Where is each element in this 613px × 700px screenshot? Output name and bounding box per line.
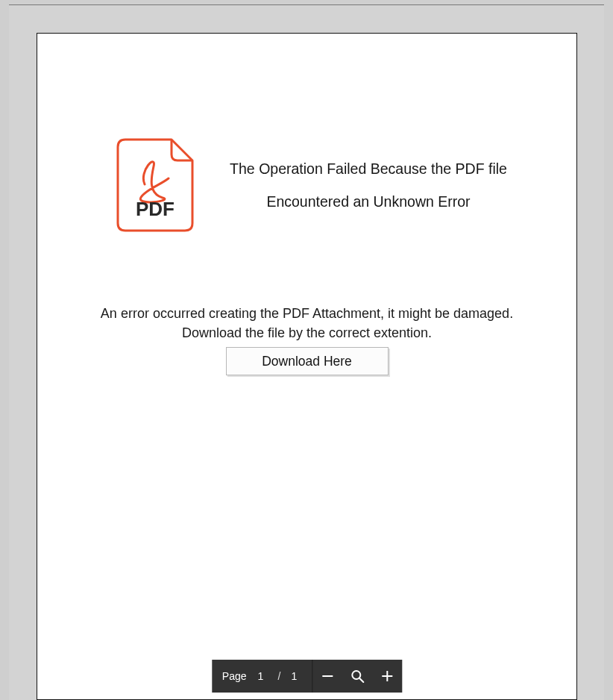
error-subtext: An error occurred creating the PDF Attac… bbox=[37, 304, 576, 343]
page-label: Page bbox=[222, 670, 247, 682]
pdf-toolbar: Page / 1 bbox=[212, 660, 402, 693]
error-headline: The Operation Failed Because the PDF fil… bbox=[210, 159, 526, 212]
headline-wrap: The Operation Failed Because the PDF fil… bbox=[210, 159, 526, 212]
svg-rect-5 bbox=[386, 671, 388, 681]
svg-rect-1 bbox=[322, 675, 333, 677]
zoom-in-button[interactable] bbox=[372, 660, 402, 693]
current-page-input[interactable] bbox=[253, 670, 269, 682]
zoom-out-button[interactable] bbox=[312, 660, 342, 693]
page-indicator-group: Page / 1 bbox=[212, 660, 312, 693]
svg-text:PDF: PDF bbox=[136, 198, 175, 220]
total-pages: 1 bbox=[289, 670, 301, 682]
headline-line2: Encountered an Unknown Error bbox=[210, 192, 526, 211]
subtext-line1: An error occurred creating the PDF Attac… bbox=[101, 306, 513, 321]
plus-icon bbox=[380, 669, 394, 683]
headline-line1: The Operation Failed Because the PDF fil… bbox=[230, 160, 507, 177]
subtext-line2: Download the file by the correct extenti… bbox=[182, 325, 432, 340]
magnifier-icon bbox=[350, 669, 365, 684]
fit-zoom-button[interactable] bbox=[342, 660, 372, 693]
error-header-block: PDF The Operation Failed Because the PDF… bbox=[116, 138, 526, 232]
viewer-top-border bbox=[9, 4, 604, 5]
minus-icon bbox=[321, 669, 334, 683]
pdf-file-icon: PDF bbox=[116, 138, 194, 232]
pdf-page: PDF The Operation Failed Because the PDF… bbox=[37, 33, 577, 700]
download-button[interactable]: Download Here bbox=[226, 347, 389, 375]
page-separator: / bbox=[275, 670, 284, 682]
svg-line-3 bbox=[359, 678, 363, 682]
